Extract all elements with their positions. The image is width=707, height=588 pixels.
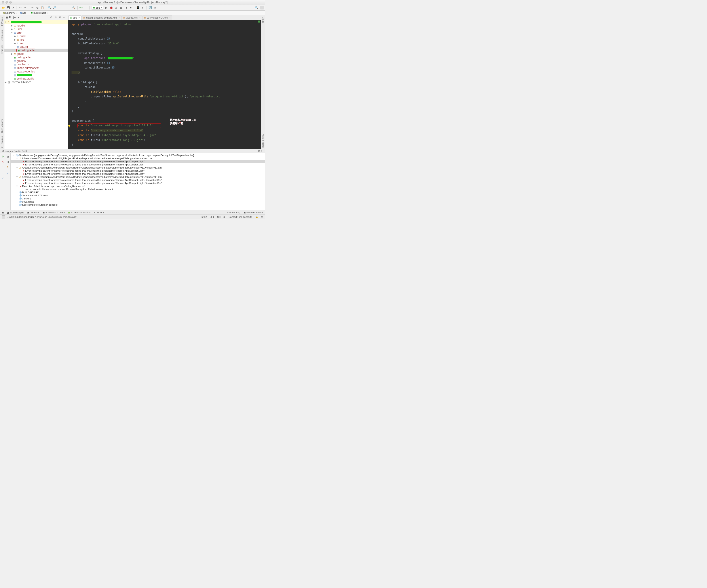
- tree-item[interactable]: ▶🗀.idea: [4, 27, 68, 31]
- forward-icon[interactable]: →: [65, 6, 68, 10]
- scroll-from-source-icon[interactable]: ⇄: [50, 16, 53, 19]
- android-model-tool-button[interactable]: Android Model: [262, 133, 264, 149]
- caret-position[interactable]: 22:52: [201, 216, 207, 218]
- message-row[interactable]: ▼⚠/Users/xiaokai/Documents/Android/gitPr…: [11, 175, 265, 178]
- gradle-console-tab[interactable]: ▣Gradle Console: [243, 211, 263, 214]
- sync-gradle-icon[interactable]: 🔄: [148, 6, 152, 10]
- intention-bulb-icon[interactable]: 💡: [68, 124, 71, 129]
- message-row[interactable]: ●Error retrieving parent for item: No re…: [11, 178, 265, 181]
- redo-icon[interactable]: ↷: [23, 6, 27, 10]
- status-bar-icon[interactable]: [2, 215, 5, 218]
- sdk-manager-icon[interactable]: ⬇: [141, 6, 145, 10]
- vcs-icon[interactable]: VCS: [79, 6, 83, 10]
- tree-item[interactable]: ▤gradlew.bat: [4, 63, 68, 66]
- run-config-selector[interactable]: ▣ app ▾: [91, 6, 103, 9]
- message-row[interactable]: ●Error retrieving parent for item: No re…: [11, 181, 265, 185]
- profile-icon[interactable]: ◔: [124, 6, 128, 10]
- line-separator[interactable]: LF‡: [210, 216, 214, 218]
- message-row[interactable]: ⓘBUILD FAILED: [11, 191, 265, 194]
- messages-tree[interactable]: ▼ⓘGradle tasks [:app:generateDebugSource…: [11, 153, 265, 210]
- open-file-icon[interactable]: 📂: [1, 6, 5, 10]
- collapse-all-icon[interactable]: ⊟: [5, 160, 10, 164]
- avd-manager-icon[interactable]: 📱: [136, 6, 140, 10]
- close-tab-icon[interactable]: ✕: [78, 16, 80, 19]
- inspection-status-icon[interactable]: [258, 21, 260, 23]
- version-control-tab[interactable]: ▣9: Version Control: [42, 211, 65, 214]
- project-structure-icon[interactable]: ⚙: [153, 6, 157, 10]
- message-row[interactable]: ●Error retrieving parent for item: No re…: [11, 169, 265, 172]
- rerun-icon[interactable]: ↻: [0, 154, 5, 159]
- up-icon[interactable]: ↑: [0, 165, 5, 170]
- messages-tab[interactable]: ▣0: Messages: [7, 211, 24, 214]
- save-icon[interactable]: 💾: [6, 6, 10, 10]
- copy-icon[interactable]: ⧉: [35, 6, 39, 10]
- memory-indicator-icon[interactable]: ▭: [261, 215, 263, 218]
- hide-tool-window-icon[interactable]: ↦: [63, 16, 67, 19]
- message-row[interactable]: ●Error retrieving parent for item: No re…: [11, 160, 265, 163]
- tree-item[interactable]: ▤gradlew: [4, 59, 68, 63]
- message-row[interactable]: ⓘ7 errors: [11, 197, 265, 200]
- todo-tab[interactable]: ✓TODO: [94, 211, 104, 214]
- project-tree[interactable]: ▼🗀▶🗀.gradle▶🗀.idea▼🗀app▶🗀build▶🗀libs▶🗀sr…: [4, 20, 68, 149]
- run-button[interactable]: ▶: [104, 6, 108, 10]
- close-tab-icon[interactable]: ✕: [169, 16, 171, 19]
- tree-item[interactable]: ▤app.iml: [4, 45, 68, 48]
- attach-debugger-icon[interactable]: ⇲: [114, 6, 118, 10]
- breadcrumb-file[interactable]: ◉ build.gradle: [30, 11, 46, 14]
- settings-gear-icon[interactable]: ⚙: [59, 16, 62, 19]
- tree-item[interactable]: ▼🗀app: [4, 31, 68, 34]
- tree-item[interactable]: ▤import-summary.txt: [4, 66, 68, 70]
- breadcrumb-module[interactable]: 🗀 app: [19, 11, 27, 14]
- file-encoding[interactable]: UTF-8‡: [217, 216, 225, 218]
- tree-item[interactable]: ▶🗀src: [4, 41, 68, 45]
- message-row[interactable]: ⓘ0 warnings: [11, 200, 265, 203]
- debug-button[interactable]: 🐞: [109, 6, 113, 10]
- tool-window-quick-access-icon[interactable]: ▣: [2, 211, 4, 214]
- undo-icon[interactable]: ↶: [18, 6, 22, 10]
- event-log-tab[interactable]: ≡Event Log: [227, 211, 240, 214]
- vcs-dropdown-icon[interactable]: ↓: [84, 6, 88, 10]
- message-row[interactable]: > com.android.ide.common.process.Process…: [11, 188, 265, 191]
- context-indicator[interactable]: Context: <no context>: [229, 216, 252, 218]
- coverage-icon[interactable]: ▦: [119, 6, 123, 10]
- stop-icon[interactable]: ✕: [0, 160, 5, 164]
- tree-root[interactable]: ▼🗀: [4, 20, 68, 24]
- message-row[interactable]: ▼⚠/Users/xiaokai/Documents/Android/gitPr…: [11, 166, 265, 169]
- tree-item[interactable]: ▶🗀libs: [4, 38, 68, 41]
- message-row[interactable]: ●Error retrieving parent for item: No re…: [11, 163, 265, 166]
- editor-tab[interactable]: ▤v14/values-v14.xml✕: [142, 15, 172, 20]
- message-row[interactable]: ●Error retrieving parent for item: No re…: [11, 172, 265, 175]
- user-avatar-icon[interactable]: [260, 6, 264, 9]
- editor-tab[interactable]: ◉app✕: [68, 15, 81, 20]
- captures-tool-button[interactable]: Captures: [1, 44, 3, 55]
- cut-icon[interactable]: ✂: [31, 6, 34, 10]
- hide-tool-window-icon[interactable]: ↦: [261, 149, 263, 152]
- close-tab-icon[interactable]: ✕: [139, 16, 141, 19]
- terminal-tab[interactable]: ▣Terminal: [27, 211, 39, 214]
- stop-icon[interactable]: ■: [129, 6, 133, 10]
- code-editor[interactable]: apply plugin: 'com.android.application' …: [68, 20, 261, 149]
- editor-tab[interactable]: ▤values.xml✕: [122, 15, 142, 20]
- message-row[interactable]: ▼⚠/Users/xiaokai/Documents/Android/gitPr…: [11, 157, 265, 160]
- tree-item[interactable]: ▶🗀.gradle: [4, 24, 68, 27]
- message-row[interactable]: ▼●Execution failed for task ':app:proces…: [11, 185, 265, 188]
- search-everywhere-icon[interactable]: 🔍: [255, 6, 259, 10]
- replace-icon[interactable]: 🔎: [53, 6, 56, 10]
- structure-tool-button[interactable]: 2: Structure: [1, 29, 3, 42]
- tree-item[interactable]: ▤: [4, 73, 68, 77]
- editor-tab[interactable]: ▤dialog_account_activate.xml✕: [82, 15, 121, 20]
- tree-item[interactable]: ◉build.gradle: [4, 48, 68, 52]
- project-view-selector[interactable]: ▣ Project ▾: [6, 16, 49, 19]
- gradle-tool-button[interactable]: Gradle: [262, 16, 264, 24]
- filter-icon[interactable]: ▽: [5, 170, 10, 175]
- settings-gear-icon[interactable]: ⚙: [258, 149, 260, 152]
- paste-icon[interactable]: 📋: [40, 6, 44, 10]
- build-icon[interactable]: 🔨: [72, 6, 76, 10]
- tree-item[interactable]: ▶🗀build: [4, 34, 68, 38]
- project-tool-button[interactable]: 1: Project: [1, 16, 3, 27]
- back-icon[interactable]: ←: [60, 6, 64, 10]
- expand-all-icon[interactable]: ⊞: [5, 154, 10, 159]
- tree-item[interactable]: ◉build.gradle: [4, 56, 68, 59]
- collapse-all-icon[interactable]: ⊟: [55, 16, 58, 19]
- message-row[interactable]: ▼ⓘGradle tasks [:app:generateDebugSource…: [11, 154, 265, 157]
